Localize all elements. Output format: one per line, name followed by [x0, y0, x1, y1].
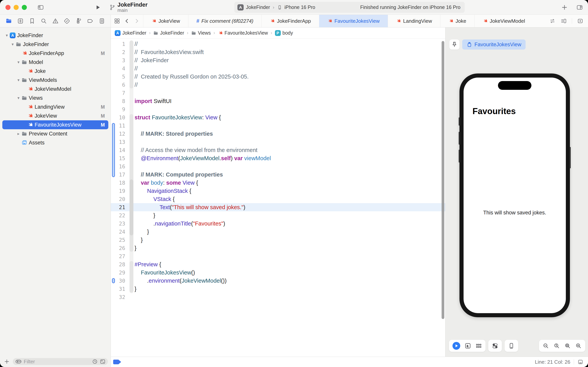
recent-files-icon[interactable] — [92, 359, 98, 365]
sidebar-item-joke[interactable]: Joke — [2, 67, 108, 76]
code-line-8[interactable]: 8import SwiftUI — [111, 97, 445, 105]
toggle-left-sidebar-icon[interactable] — [37, 4, 44, 11]
related-items-icon[interactable] — [114, 18, 120, 24]
code-line-6[interactable]: 6// — [111, 81, 445, 89]
issue-navigator-icon[interactable] — [52, 18, 59, 24]
add-editor-icon[interactable] — [577, 18, 583, 24]
editor-scrollbar[interactable] — [442, 41, 444, 319]
pin-preview-button[interactable] — [449, 40, 460, 50]
tab-jokeview[interactable]: JokeView — [143, 15, 188, 27]
add-tab-icon[interactable] — [561, 4, 568, 11]
chevron-down-icon[interactable]: ▾ — [16, 78, 21, 83]
chevron-down-icon[interactable]: ▾ — [16, 96, 21, 100]
device-settings-icon[interactable] — [492, 342, 498, 349]
code-line-5[interactable]: 5// Created by Russell Gordon on 2025-03… — [111, 73, 445, 81]
breadcrumb-item[interactable]: Pbody — [275, 30, 293, 36]
code-area[interactable]: 1//2// FavouriteJokesView.swift3// JokeF… — [111, 39, 445, 357]
chevron-down-icon[interactable]: ▾ — [10, 42, 16, 47]
code-line-10[interactable]: 10struct FavouriteJokesView: View { — [111, 113, 445, 122]
sidebar-item-viewmodels[interactable]: ▾ViewModels — [2, 76, 108, 84]
iphone-preview-device[interactable]: Favourites This will show saved jokes. — [460, 74, 570, 317]
tab-joke[interactable]: Joke — [440, 15, 474, 27]
sidebar-item-jokefinder[interactable]: ▾JokeFinder — [2, 40, 108, 49]
breakpoint-indicator-icon[interactable] — [113, 359, 122, 365]
chevron-right-icon[interactable]: ▸ — [16, 131, 21, 136]
tab-favouritejokesview[interactable]: FavouriteJokesView — [319, 15, 388, 27]
chevron-down-icon[interactable]: ▾ — [16, 60, 21, 65]
sidebar-item-jokeviewmodel[interactable]: JokeViewModel — [2, 84, 108, 93]
sidebar-item-model[interactable]: ▾Model — [2, 58, 108, 67]
live-preview-button[interactable] — [453, 342, 460, 350]
code-line-3[interactable]: 3// JokeFinder — [111, 56, 445, 64]
code-line-11[interactable]: 11 — [111, 122, 445, 130]
minimize-window-button[interactable] — [14, 5, 19, 10]
breakpoint-navigator-icon[interactable] — [87, 18, 93, 24]
code-line-7[interactable]: 7 — [111, 89, 445, 97]
code-line-2[interactable]: 2// FavouriteJokesView.swift — [111, 48, 445, 56]
code-line-19[interactable]: 19 NavigationStack { — [111, 187, 445, 195]
bottom-bar-toggle-icon[interactable] — [578, 359, 583, 365]
chevron-down-icon[interactable]: ▾ — [4, 33, 10, 38]
filter-scope-icon[interactable] — [100, 359, 106, 365]
zoom-actual-size-icon[interactable] — [553, 342, 560, 349]
bookmark-navigator-icon[interactable] — [29, 18, 35, 24]
preview-target-chip[interactable]: FavouriteJokesView — [462, 40, 526, 50]
device-screen[interactable]: Favourites This will show saved jokes. — [463, 78, 566, 313]
sidebar-item-favouritejokesview[interactable]: FavouriteJokesViewM — [2, 120, 108, 129]
filter-field[interactable]: Filter — [13, 358, 108, 365]
code-line-32[interactable]: 32 — [111, 293, 445, 301]
close-window-button[interactable] — [5, 5, 10, 10]
debug-navigator-icon[interactable] — [75, 18, 82, 24]
sidebar-item-landingview[interactable]: LandingViewM — [2, 102, 108, 111]
code-line-23[interactable]: 23 .navigationTitle("Favourites") — [111, 219, 445, 228]
zoom-to-fit-icon[interactable] — [564, 342, 571, 349]
tab-landingview[interactable]: LandingView — [388, 15, 440, 27]
code-line-15[interactable]: 15 @Environment(JokeViewModel.self) var … — [111, 154, 445, 162]
code-line-25[interactable]: 25 } — [111, 236, 445, 244]
zoom-out-icon[interactable] — [543, 342, 549, 349]
selectable-mode-icon[interactable] — [464, 342, 471, 349]
zoom-window-button[interactable] — [22, 5, 27, 10]
breadcrumb-item[interactable]: Views — [191, 30, 211, 36]
code-line-22[interactable]: 22 } — [111, 211, 445, 219]
sidebar-item-assets[interactable]: Assets — [2, 138, 108, 147]
sidebar-item-views[interactable]: ▾Views — [2, 93, 108, 102]
code-line-28[interactable]: 28#Preview { — [111, 260, 445, 268]
sidebar-item-preview-content[interactable]: ▸Preview Content — [2, 129, 108, 138]
test-navigator-icon[interactable] — [64, 18, 70, 24]
editor-options-icon[interactable] — [561, 18, 567, 24]
breadcrumb-item[interactable]: FavouriteJokesView — [218, 30, 268, 36]
run-button[interactable] — [95, 4, 101, 10]
find-navigator-icon[interactable] — [41, 18, 47, 24]
code-line-29[interactable]: 29 FavouriteJokesView() — [111, 268, 445, 277]
code-line-14[interactable]: 14 // Access the view model from the env… — [111, 146, 445, 154]
code-line-26[interactable]: 26} — [111, 244, 445, 252]
code-line-31[interactable]: 31} — [111, 285, 445, 293]
code-line-20[interactable]: 20 VStack { — [111, 195, 445, 203]
code-line-16[interactable]: 16 — [111, 162, 445, 170]
code-line-27[interactable]: 27 — [111, 252, 445, 260]
activity-status-bar[interactable]: A JokeFinder › iPhone 16 Pro Finished ru… — [234, 2, 465, 13]
sidebar-item-jokeview[interactable]: JokeViewM — [2, 111, 108, 120]
code-line-17[interactable]: 17 // MARK: Computed properties — [111, 170, 445, 179]
sidebar-item-jokefinder[interactable]: ▾AJokeFinder — [2, 31, 108, 40]
code-line-24[interactable]: 24 } — [111, 228, 445, 236]
code-line-18[interactable]: 18 var body: some View { — [111, 179, 445, 187]
breadcrumb-item[interactable]: JokeFinder — [153, 30, 184, 36]
filter-icon[interactable] — [15, 358, 22, 365]
code-line-12[interactable]: 12 // MARK: Stored properties — [111, 130, 445, 138]
breadcrumb-item[interactable]: AJokeFinder — [115, 30, 146, 36]
code-line-9[interactable]: 9 — [111, 105, 445, 113]
code-line-30[interactable]: 30 .environment(JokeViewModel()) — [111, 277, 445, 285]
code-line-13[interactable]: 13 — [111, 138, 445, 146]
device-icon[interactable] — [508, 342, 515, 349]
code-line-4[interactable]: 4// — [111, 64, 445, 73]
tab-jokeviewmodel[interactable]: JokeViewModel — [474, 15, 533, 27]
project-navigator-icon[interactable] — [5, 18, 12, 24]
go-forward-icon[interactable] — [134, 18, 140, 24]
sidebar-item-jokefinderapp[interactable]: JokeFinderAppM — [2, 49, 108, 58]
variants-mode-icon[interactable] — [475, 342, 482, 349]
tab-jokefinderapp[interactable]: JokeFinderApp — [261, 15, 319, 27]
tab-fix-comment-6f02274-[interactable]: #Fix comment (6f02274) — [188, 15, 261, 27]
toggle-right-inspector-icon[interactable] — [576, 4, 583, 11]
